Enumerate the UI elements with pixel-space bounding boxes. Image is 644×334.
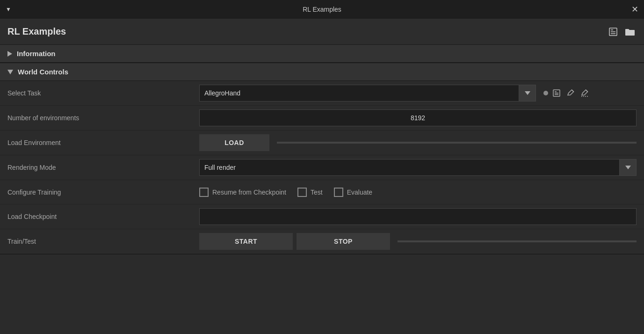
control-load-checkpoint bbox=[199, 208, 637, 225]
checkbox-evaluate[interactable] bbox=[334, 188, 343, 197]
control-select-task: AllegroHand bbox=[199, 85, 637, 102]
row-load-environment: Load Environment LOAD bbox=[0, 131, 644, 155]
svg-line-9 bbox=[586, 90, 588, 92]
select-task-arrow-icon bbox=[525, 91, 530, 95]
task-edit-icon-1[interactable] bbox=[551, 87, 562, 99]
window: ▼ RL Examples ✕ RL Examples bbox=[0, 0, 644, 334]
row-load-checkpoint: Load Checkpoint bbox=[0, 204, 644, 229]
row-num-environments: Number of environments bbox=[0, 106, 644, 131]
task-edit-icon-2[interactable] bbox=[565, 87, 576, 99]
section-world-controls-title: World Controls bbox=[18, 68, 68, 76]
title-bar-title: RL Examples bbox=[303, 6, 341, 13]
section-information-header[interactable]: Information bbox=[0, 45, 644, 63]
control-train-test: START STOP bbox=[199, 233, 637, 250]
edit-icon[interactable] bbox=[607, 25, 620, 38]
checkbox-resume-label: Resume from Checkpoint bbox=[212, 189, 286, 196]
train-test-controls: START STOP bbox=[199, 233, 637, 250]
section-world-controls-collapse-icon bbox=[7, 70, 13, 74]
label-rendering-mode: Rendering Mode bbox=[7, 164, 199, 171]
control-num-environments bbox=[199, 109, 637, 126]
select-task-arrow bbox=[519, 85, 535, 101]
load-environment-button[interactable]: LOAD bbox=[199, 134, 269, 151]
section-information-collapse-icon bbox=[7, 51, 12, 57]
checkbox-resume[interactable] bbox=[199, 188, 209, 197]
app-title: RL Examples bbox=[7, 26, 66, 37]
control-load-environment: LOAD bbox=[199, 134, 637, 151]
num-environments-input[interactable] bbox=[199, 109, 637, 126]
row-select-task: Select Task AllegroHand bbox=[0, 81, 644, 106]
checkbox-item-resume: Resume from Checkpoint bbox=[199, 188, 286, 197]
checkbox-test-label: Test bbox=[311, 189, 323, 196]
load-checkpoint-input[interactable] bbox=[199, 208, 637, 225]
stop-button[interactable]: STOP bbox=[297, 233, 390, 250]
task-status-dot bbox=[543, 91, 548, 95]
label-load-checkpoint: Load Checkpoint bbox=[7, 213, 199, 220]
label-configure-training: Configure Training bbox=[7, 189, 199, 196]
panel-content: Information World Controls Select Task A… bbox=[0, 45, 644, 334]
rendering-mode-arrow bbox=[619, 160, 636, 175]
rendering-mode-dropdown[interactable]: Full render bbox=[199, 159, 637, 176]
folder-icon[interactable] bbox=[623, 25, 637, 38]
world-controls-form: Select Task AllegroHand bbox=[0, 81, 644, 254]
title-bar-dropdown-icon[interactable]: ▼ bbox=[6, 6, 11, 13]
section-world-controls-header[interactable]: World Controls bbox=[0, 63, 644, 81]
title-bar: ▼ RL Examples ✕ bbox=[0, 0, 644, 19]
checkbox-evaluate-label: Evaluate bbox=[347, 189, 372, 196]
label-select-task: Select Task bbox=[7, 89, 199, 97]
checkbox-item-test: Test bbox=[297, 188, 323, 197]
load-environment-progress bbox=[277, 142, 637, 144]
rendering-mode-arrow-icon bbox=[625, 166, 631, 169]
control-configure-training: Resume from Checkpoint Test Evaluate bbox=[199, 188, 637, 197]
header-icons bbox=[607, 25, 637, 38]
checkbox-test[interactable] bbox=[297, 188, 307, 197]
row-rendering-mode: Rendering Mode Full render bbox=[0, 155, 644, 180]
close-button[interactable]: ✕ bbox=[631, 4, 638, 15]
label-load-environment: Load Environment bbox=[7, 139, 199, 146]
section-information: Information bbox=[0, 45, 644, 63]
select-task-value: AllegroHand bbox=[200, 89, 519, 97]
task-action-icons bbox=[543, 87, 590, 99]
label-train-test: Train/Test bbox=[7, 238, 199, 245]
section-world-controls: World Controls Select Task AllegroHand bbox=[0, 63, 644, 254]
select-task-dropdown[interactable]: AllegroHand bbox=[199, 85, 536, 102]
row-train-test: Train/Test START STOP bbox=[0, 229, 644, 254]
label-num-environments: Number of environments bbox=[7, 114, 199, 122]
row-configure-training: Configure Training Resume from Checkpoin… bbox=[0, 180, 644, 204]
rendering-mode-value: Full render bbox=[200, 164, 619, 171]
svg-line-8 bbox=[572, 90, 574, 92]
task-edit-icon-3[interactable] bbox=[579, 87, 590, 99]
section-information-title: Information bbox=[17, 50, 56, 58]
title-bar-left: ▼ bbox=[6, 6, 11, 13]
checkbox-group-training: Resume from Checkpoint Test Evaluate bbox=[199, 188, 372, 197]
start-button[interactable]: START bbox=[199, 233, 293, 250]
control-rendering-mode: Full render bbox=[199, 159, 637, 176]
train-test-progress bbox=[398, 240, 637, 242]
app-header: RL Examples bbox=[0, 19, 644, 45]
checkbox-item-evaluate: Evaluate bbox=[334, 188, 372, 197]
